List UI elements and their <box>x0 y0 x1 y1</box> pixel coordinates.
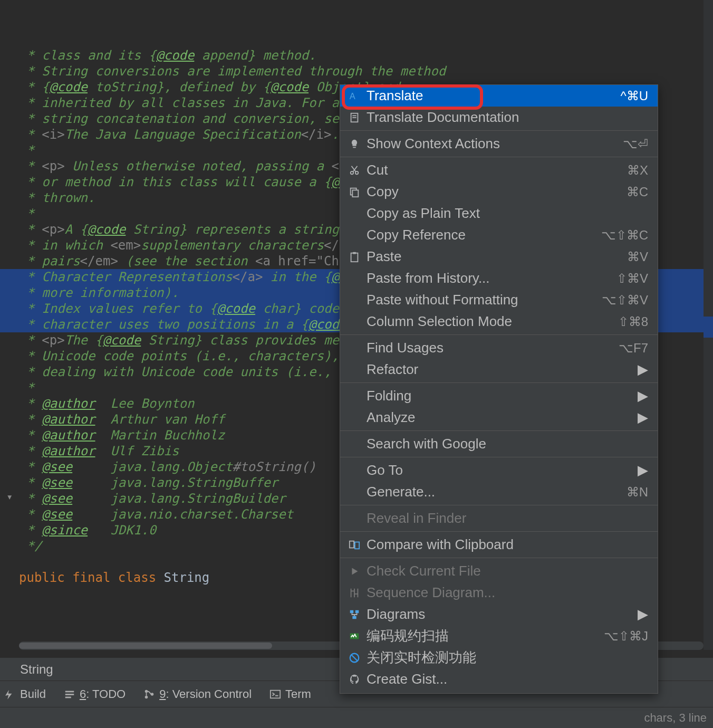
menu-separator <box>340 430 658 431</box>
menu-item-label: Create Gist... <box>362 671 648 687</box>
status-bar: chars, 3 line <box>0 707 713 728</box>
menu-item-shortcut: ⇧⌘V <box>616 271 648 286</box>
code-line[interactable]: * class and its {@code append} method. <box>19 47 713 63</box>
menu-item-label: Analyze <box>362 409 638 426</box>
menu-item-label: Column Selection Mode <box>362 313 618 330</box>
svg-rect-18 <box>350 541 354 548</box>
menu-item: Sequence Diagram... <box>340 582 658 604</box>
menu-item-shortcut: ⌥⇧⌘J <box>604 629 648 644</box>
menu-item-label: 编码规约扫描 <box>362 627 604 645</box>
svg-rect-23 <box>350 610 353 613</box>
menu-item-shortcut: ⌘N <box>627 485 648 500</box>
context-menu[interactable]: ATranslate^⌘UTranslate DocumentationShow… <box>340 84 658 694</box>
menu-item[interactable]: Find Usages⌥F7 <box>340 337 658 359</box>
menu-item-label: Check Current File <box>362 563 648 579</box>
svg-rect-1 <box>65 694 74 695</box>
svg-rect-15 <box>352 190 358 197</box>
menu-item[interactable]: Column Selection Mode⇧⌘8 <box>340 311 658 332</box>
menu-item-label: Compare with Clipboard <box>362 537 648 553</box>
submenu-arrow-icon: ▶ <box>638 409 648 426</box>
svg-point-4 <box>145 695 148 698</box>
cut-icon <box>346 165 362 176</box>
menu-item-label: Paste <box>362 248 627 265</box>
menu-separator <box>340 531 658 532</box>
diagram-icon <box>346 609 362 620</box>
scrollbar-thumb[interactable] <box>19 643 272 649</box>
menu-item-shortcut: ⌥⇧⌘V <box>602 293 648 308</box>
menu-separator <box>340 457 658 457</box>
menu-item[interactable]: Copy as Plain Text <box>340 203 658 224</box>
menu-item[interactable]: Diagrams▶ <box>340 604 658 625</box>
menu-item[interactable]: Translate Documentation <box>340 107 658 128</box>
terminal-tool[interactable]: Term <box>269 687 311 701</box>
menu-item-shortcut: ⌥⇧⌘C <box>601 228 648 243</box>
menu-item-label: Translate <box>362 88 620 104</box>
svg-rect-6 <box>271 690 280 698</box>
code-line[interactable]: * String conversions are implemented thr… <box>19 63 713 79</box>
menu-item-label: Sequence Diagram... <box>362 585 648 601</box>
menu-item[interactable]: Paste without Formatting⌥⇧⌘V <box>340 289 658 311</box>
menu-item[interactable]: Generate...⌘N <box>340 481 658 503</box>
menu-item-shortcut: ⌥⏎ <box>623 137 648 151</box>
build-tool[interactable]: Build <box>4 687 46 701</box>
svg-rect-17 <box>353 252 356 254</box>
status-text: chars, 3 line <box>644 711 707 725</box>
menu-item[interactable]: 编码规约扫描⌥⇧⌘J <box>340 625 658 647</box>
svg-rect-25 <box>352 616 356 619</box>
menu-item-label: Folding <box>362 388 638 404</box>
translate-icon: A <box>346 90 362 102</box>
menu-item[interactable]: Copy⌘C <box>340 181 658 203</box>
menu-item[interactable]: Search with Google <box>340 433 658 455</box>
menu-item-label: Go To <box>362 462 638 478</box>
menu-item[interactable]: Go To▶ <box>340 459 658 481</box>
menu-separator <box>340 130 658 131</box>
menu-separator <box>340 558 658 558</box>
todo-tool[interactable]: 6: TODO <box>64 687 126 701</box>
menu-item[interactable]: Paste from History...⇧⌘V <box>340 267 658 289</box>
menu-separator <box>340 505 658 505</box>
menu-item[interactable]: Compare with Clipboard <box>340 534 658 555</box>
menu-item-label: Copy <box>362 184 627 200</box>
svg-rect-11 <box>353 147 356 148</box>
menu-item-shortcut: ⌘V <box>627 250 648 264</box>
menu-separator <box>340 334 658 335</box>
menu-item[interactable]: Copy Reference⌥⇧⌘C <box>340 224 658 246</box>
menu-item[interactable]: 关闭实时检测功能 <box>340 647 658 668</box>
submenu-arrow-icon: ▶ <box>638 606 648 622</box>
menu-item[interactable]: Cut⌘X <box>340 159 658 181</box>
menu-item-label: Cut <box>362 162 627 178</box>
paste-icon <box>346 251 362 263</box>
svg-rect-16 <box>351 253 358 262</box>
svg-rect-19 <box>355 542 359 549</box>
fold-icon[interactable]: ▸ <box>3 494 18 501</box>
ban-icon <box>346 652 362 664</box>
menu-item[interactable]: Analyze▶ <box>340 407 658 428</box>
menu-item-shortcut: ⇧⌘8 <box>618 314 648 329</box>
menu-item[interactable]: Show Context Actions⌥⏎ <box>340 133 658 155</box>
menu-item-label: Search with Google <box>362 436 648 452</box>
doc-icon <box>346 112 362 123</box>
menu-item[interactable]: Paste⌘V <box>340 246 658 267</box>
menu-item-label: Copy Reference <box>362 227 601 243</box>
menu-item-label: Diagrams <box>362 606 638 622</box>
breadcrumb-item[interactable]: String <box>20 662 53 676</box>
menu-item-label: Translate Documentation <box>362 109 648 126</box>
menu-item-label: Generate... <box>362 484 627 500</box>
menu-item: Reveal in Finder <box>340 507 658 529</box>
menu-item[interactable]: Create Gist... <box>340 668 658 690</box>
submenu-arrow-icon: ▶ <box>638 462 648 478</box>
menu-item[interactable]: Folding▶ <box>340 385 658 407</box>
svg-rect-0 <box>65 691 74 692</box>
menu-item[interactable]: Refactor▶ <box>340 359 658 380</box>
menu-item-label: Paste from History... <box>362 270 616 286</box>
menu-item: Check Current File <box>340 560 658 582</box>
scan-icon <box>346 630 362 642</box>
seq-icon <box>346 587 362 599</box>
vcs-tool[interactable]: 9: Version Control <box>143 687 252 701</box>
compare-icon <box>346 539 362 551</box>
github-icon <box>346 674 362 685</box>
menu-item-shortcut: ⌘X <box>627 163 648 178</box>
menu-item[interactable]: ATranslate^⌘U <box>340 85 658 107</box>
menu-item-label: Refactor <box>362 361 638 378</box>
menu-item-shortcut: ⌘C <box>627 185 648 199</box>
